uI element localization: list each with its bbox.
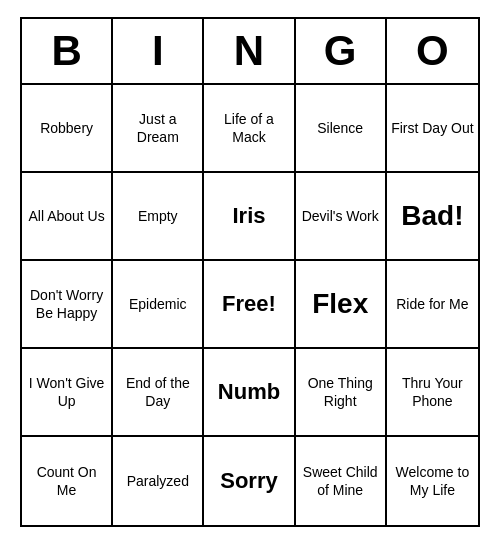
bingo-cell-17[interactable]: Numb bbox=[204, 349, 295, 437]
bingo-cell-12[interactable]: Free! bbox=[204, 261, 295, 349]
bingo-card: BINGO RobberyJust a DreamLife of a MackS… bbox=[20, 17, 480, 527]
bingo-cell-19[interactable]: Thru Your Phone bbox=[387, 349, 478, 437]
bingo-grid: RobberyJust a DreamLife of a MackSilence… bbox=[22, 85, 478, 525]
bingo-cell-7[interactable]: Iris bbox=[204, 173, 295, 261]
bingo-cell-9[interactable]: Bad! bbox=[387, 173, 478, 261]
bingo-cell-14[interactable]: Ride for Me bbox=[387, 261, 478, 349]
bingo-cell-20[interactable]: Count On Me bbox=[22, 437, 113, 525]
bingo-cell-21[interactable]: Paralyzed bbox=[113, 437, 204, 525]
bingo-cell-24[interactable]: Welcome to My Life bbox=[387, 437, 478, 525]
bingo-cell-18[interactable]: One Thing Right bbox=[296, 349, 387, 437]
bingo-cell-15[interactable]: I Won't Give Up bbox=[22, 349, 113, 437]
bingo-cell-23[interactable]: Sweet Child of Mine bbox=[296, 437, 387, 525]
header-letter-n: N bbox=[204, 19, 295, 83]
bingo-cell-0[interactable]: Robbery bbox=[22, 85, 113, 173]
bingo-cell-10[interactable]: Don't Worry Be Happy bbox=[22, 261, 113, 349]
bingo-cell-4[interactable]: First Day Out bbox=[387, 85, 478, 173]
header-letter-g: G bbox=[296, 19, 387, 83]
bingo-cell-16[interactable]: End of the Day bbox=[113, 349, 204, 437]
header-letter-b: B bbox=[22, 19, 113, 83]
bingo-cell-5[interactable]: All About Us bbox=[22, 173, 113, 261]
header-letter-i: I bbox=[113, 19, 204, 83]
header-letter-o: O bbox=[387, 19, 478, 83]
bingo-cell-22[interactable]: Sorry bbox=[204, 437, 295, 525]
bingo-cell-6[interactable]: Empty bbox=[113, 173, 204, 261]
bingo-cell-2[interactable]: Life of a Mack bbox=[204, 85, 295, 173]
bingo-cell-1[interactable]: Just a Dream bbox=[113, 85, 204, 173]
bingo-header: BINGO bbox=[22, 19, 478, 85]
bingo-cell-8[interactable]: Devil's Work bbox=[296, 173, 387, 261]
bingo-cell-11[interactable]: Epidemic bbox=[113, 261, 204, 349]
bingo-cell-13[interactable]: Flex bbox=[296, 261, 387, 349]
bingo-cell-3[interactable]: Silence bbox=[296, 85, 387, 173]
